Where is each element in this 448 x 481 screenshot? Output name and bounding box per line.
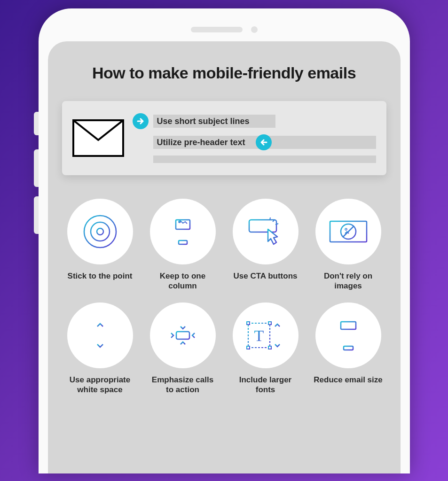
tip-label: Include larger fonts	[230, 375, 301, 395]
svg-rect-10	[179, 240, 187, 244]
tip-item: Keep to one column	[145, 199, 221, 291]
emphasize-icon	[150, 303, 216, 368]
phone-camera	[251, 26, 258, 33]
svg-rect-31	[268, 346, 271, 349]
tip-item: Stick to the point	[62, 199, 138, 291]
preheader-row: Utilize pre-header text	[133, 136, 376, 149]
svg-rect-40	[344, 346, 353, 350]
svg-line-14	[270, 217, 270, 220]
tip-label: Reduce email size	[314, 375, 382, 385]
fonts-icon: T	[233, 303, 299, 368]
phone-frame: How to make mobile-friendly emails Use s…	[39, 8, 410, 473]
svg-text:T: T	[254, 327, 264, 344]
tip-item: T Include larger fonts	[228, 303, 304, 395]
subject-row: Use short subject lines	[133, 113, 376, 129]
svg-rect-29	[268, 322, 271, 325]
body-row	[133, 155, 376, 163]
email-lines: Use short subject lines Utilize pre-head…	[133, 113, 376, 163]
subject-label: Use short subject lines	[157, 116, 250, 126]
tip-label: Don't rely on images	[313, 271, 384, 291]
whitespace-icon	[67, 303, 133, 368]
tip-label: Use appropriate white space	[65, 375, 135, 395]
svg-rect-6	[176, 220, 190, 229]
target-icon	[67, 199, 133, 264]
cta-icon	[233, 199, 299, 264]
preheader-bar: Utilize pre-header text	[153, 136, 376, 149]
tip-item: Don't rely on images	[310, 199, 386, 291]
tip-label: Keep to one column	[148, 271, 218, 291]
svg-rect-11	[249, 220, 276, 232]
tip-label: Stick to the point	[68, 271, 133, 281]
phone-side-button	[34, 149, 39, 187]
preheader-label: Utilize pre-header text	[157, 138, 245, 147]
body-bar	[153, 155, 376, 163]
page-title: How to make mobile-friendly emails	[62, 64, 386, 82]
svg-rect-30	[247, 346, 250, 349]
svg-point-18	[345, 228, 347, 230]
phone-side-button	[34, 112, 39, 135]
subject-bar: Use short subject lines	[153, 115, 275, 128]
tip-item: Use appropriate white space	[62, 303, 138, 395]
svg-point-3	[97, 228, 103, 235]
svg-rect-28	[247, 322, 250, 325]
svg-line-17	[343, 226, 354, 237]
no-images-icon	[315, 199, 381, 264]
phone-speaker	[191, 27, 243, 32]
arrow-right-icon	[133, 113, 149, 129]
email-preview-card: Use short subject lines Utilize pre-head…	[62, 101, 386, 175]
arrow-left-icon	[256, 134, 272, 150]
svg-rect-22	[176, 332, 189, 339]
tip-item: Reduce email size	[310, 303, 386, 395]
reduce-icon	[315, 303, 381, 368]
tips-grid: Stick to the point K	[62, 199, 386, 395]
tip-item: Use CTA buttons	[228, 199, 304, 291]
svg-rect-36	[341, 322, 356, 329]
tip-label: Use CTA buttons	[234, 271, 298, 281]
tip-item: Emphasize calls to action	[145, 303, 221, 395]
column-icon	[150, 199, 216, 264]
svg-point-1	[84, 216, 116, 248]
phone-notch	[48, 18, 401, 41]
phone-screen: How to make mobile-friendly emails Use s…	[48, 41, 401, 473]
envelope-icon	[72, 119, 124, 157]
phone-side-button	[34, 196, 39, 234]
svg-point-2	[91, 222, 110, 241]
tip-label: Emphasize calls to action	[148, 375, 218, 395]
